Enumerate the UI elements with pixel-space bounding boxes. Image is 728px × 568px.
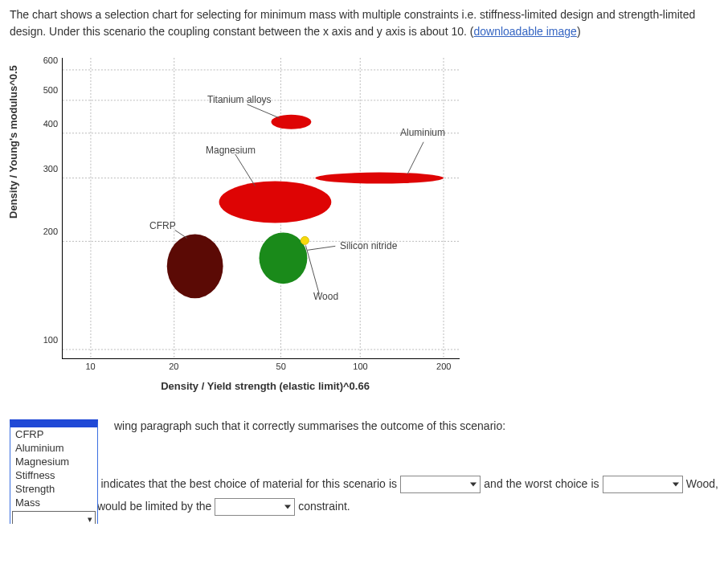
ytick: 300 xyxy=(43,164,63,174)
label-aluminium: Aluminium xyxy=(400,127,445,138)
worst-material-select[interactable] xyxy=(603,476,683,493)
question-block: CFRP Aluminium Magnesium Stiffness Stren… xyxy=(10,419,718,517)
dropdown-option[interactable]: Strength xyxy=(10,482,97,496)
instruction-suffix: wing paragraph such that it correctly su… xyxy=(114,419,505,432)
ellipse-magnesium xyxy=(219,182,332,223)
best-material-select[interactable] xyxy=(400,476,481,493)
y-axis-label: Density / Young's modulus^0.5 xyxy=(7,65,19,219)
xtick: 50 xyxy=(276,358,286,371)
para-d: constraint. xyxy=(298,500,350,513)
xtick: 10 xyxy=(85,358,95,371)
svg-line-11 xyxy=(247,104,280,118)
download-link[interactable]: downloadable image xyxy=(473,25,576,38)
ytick: 400 xyxy=(43,119,63,129)
label-silicon: Silicon nitride xyxy=(340,240,397,251)
xtick: 200 xyxy=(436,358,451,371)
ellipse-cfrp xyxy=(167,234,223,298)
ytick: 200 xyxy=(43,227,63,236)
dropdown-option[interactable]: Mass xyxy=(10,496,97,509)
dropdown-current[interactable]: ▾ xyxy=(12,511,96,524)
dropdown-option[interactable]: CFRP xyxy=(10,427,97,441)
material-dropdown-open[interactable]: CFRP Aluminium Magnesium Stiffness Stren… xyxy=(10,419,98,524)
x-axis-label: Density / Yield strength (elastic limit)… xyxy=(161,380,370,392)
ellipse-silicon xyxy=(260,232,308,284)
intro-text-b: ) xyxy=(577,25,581,38)
label-cfrp: CFRP xyxy=(149,220,176,231)
svg-line-12 xyxy=(235,154,256,186)
label-wood: Wood xyxy=(313,291,338,302)
dropdown-option[interactable]: Magnesium xyxy=(10,455,97,468)
dropdown-option[interactable]: Aluminium xyxy=(10,441,97,455)
ellipse-aluminium xyxy=(315,173,444,184)
chart-area: Density / Young's modulus^0.5 Density / … xyxy=(18,50,468,387)
label-titanium: Titanium alloys xyxy=(207,94,272,105)
dropdown-option[interactable]: Stiffness xyxy=(10,468,97,482)
intro-text-a: The chart shows a selection chart for se… xyxy=(10,8,695,38)
chevron-down-icon: ▾ xyxy=(88,514,92,525)
constraint-select[interactable] xyxy=(215,498,295,516)
xtick: 100 xyxy=(353,358,367,371)
ytick: 600 xyxy=(43,55,63,65)
svg-line-13 xyxy=(407,142,423,174)
dot-wood xyxy=(301,236,309,244)
svg-line-15 xyxy=(307,246,335,250)
svg-line-14 xyxy=(175,230,187,238)
instruction-text: wing paragraph such that it correctly su… xyxy=(114,419,718,432)
plot-region: 100 200 300 400 500 600 10 20 50 100 200 xyxy=(62,58,460,359)
ytick: 500 xyxy=(43,85,63,95)
label-magnesium: Magnesium xyxy=(206,145,256,156)
svg-line-16 xyxy=(305,245,319,294)
intro-text: The chart shows a selection chart for se… xyxy=(10,6,718,40)
ytick: 100 xyxy=(43,335,63,345)
xtick: 20 xyxy=(169,358,178,371)
para-b: and the worst choice is xyxy=(484,477,602,490)
fill-paragraph: and box selection indicates that the bes… xyxy=(10,472,718,517)
